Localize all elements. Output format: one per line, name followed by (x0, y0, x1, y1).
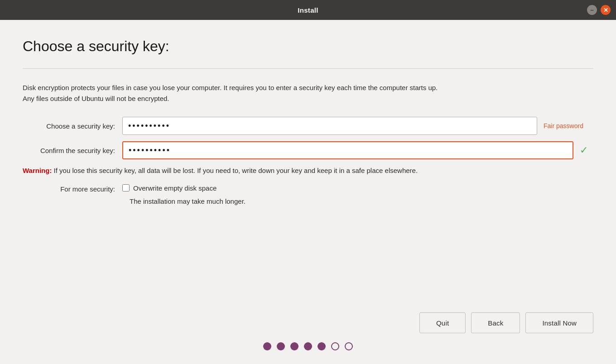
choose-key-row: Choose a security key: Fair password (23, 117, 593, 135)
progress-dot-6 (331, 342, 339, 350)
back-button[interactable]: Back (471, 312, 520, 333)
main-content: Choose a security key: Disk encryption p… (0, 20, 616, 364)
titlebar: Install − ✕ (0, 0, 616, 20)
confirm-key-label: Confirm the security key: (23, 147, 122, 154)
choose-key-label: Choose a security key: (23, 122, 122, 130)
progress-dot-2 (277, 342, 285, 350)
confirm-key-row: Confirm the security key: ✓ (23, 141, 593, 159)
checkbox-hint: The installation may take much longer. (130, 197, 593, 205)
titlebar-controls: − ✕ (587, 5, 611, 15)
overwrite-checkbox[interactable] (122, 184, 130, 192)
choose-key-input-wrapper: Fair password (122, 117, 593, 135)
progress-dot-4 (304, 342, 312, 350)
confirm-key-input[interactable] (122, 141, 573, 159)
confirm-check-icon: ✓ (580, 144, 593, 156)
progress-dot-7 (345, 342, 353, 350)
password-strength-indicator: Fair password (544, 122, 593, 129)
progress-dot-1 (263, 342, 271, 350)
footer: Quit Back Install Now (23, 312, 593, 350)
close-button[interactable]: ✕ (601, 5, 611, 15)
confirm-key-input-wrapper: ✓ (122, 141, 593, 159)
warning-text: Warning: If you lose this security key, … (23, 166, 418, 176)
progress-dots (263, 342, 353, 350)
quit-button[interactable]: Quit (419, 312, 466, 333)
warning-row: Warning: If you lose this security key, … (23, 166, 566, 176)
security-label: For more security: (23, 184, 122, 193)
description-line2: Any files outside of Ubuntu will not be … (23, 95, 169, 102)
overwrite-label: Overwrite empty disk space (133, 184, 217, 192)
choose-key-input[interactable] (122, 117, 537, 135)
description: Disk encryption protects your files in c… (23, 82, 593, 104)
form-section: Choose a security key: Fair password Con… (23, 117, 593, 205)
warning-body: If you lose this security key, all data … (52, 167, 418, 174)
spacer (23, 205, 593, 313)
security-row: For more security: Overwrite empty disk … (23, 184, 593, 193)
divider (23, 68, 593, 69)
page-title: Choose a security key: (23, 38, 593, 55)
install-window: Install − ✕ Choose a security key: Disk … (0, 0, 616, 364)
progress-dot-5 (318, 342, 326, 350)
description-line1: Disk encryption protects your files in c… (23, 84, 438, 91)
overwrite-checkbox-wrapper: Overwrite empty disk space (122, 184, 217, 192)
install-now-button[interactable]: Install Now (525, 312, 593, 333)
warning-strong: Warning: (23, 167, 52, 174)
progress-dot-3 (290, 342, 298, 350)
button-row: Quit Back Install Now (23, 312, 593, 333)
window-title: Install (298, 6, 318, 14)
minimize-button[interactable]: − (587, 5, 597, 15)
